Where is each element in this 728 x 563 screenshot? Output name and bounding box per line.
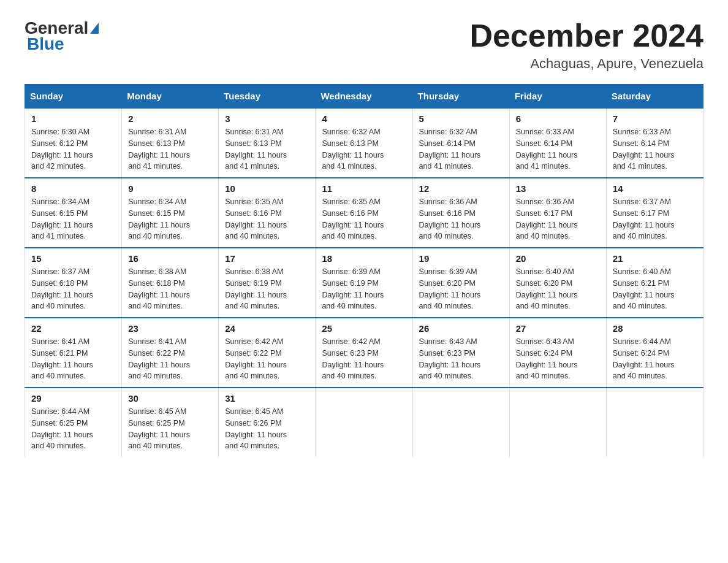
- day-number: 23: [128, 323, 212, 334]
- day-info: Sunrise: 6:45 AM Sunset: 6:25 PM Dayligh…: [128, 406, 212, 452]
- header-day-sunday: Sunday: [25, 85, 122, 109]
- calendar-cell: 16 Sunrise: 6:38 AM Sunset: 6:18 PM Dayl…: [122, 248, 219, 318]
- day-info: Sunrise: 6:33 AM Sunset: 6:14 PM Dayligh…: [516, 126, 600, 172]
- day-number: 26: [419, 323, 503, 334]
- day-info: Sunrise: 6:34 AM Sunset: 6:15 PM Dayligh…: [128, 196, 212, 242]
- header-day-tuesday: Tuesday: [219, 85, 316, 109]
- page-header: General Blue December 2024 Achaguas, Apu…: [25, 18, 703, 72]
- header-row: SundayMondayTuesdayWednesdayThursdayFrid…: [25, 85, 703, 109]
- calendar-cell: [316, 388, 412, 457]
- day-number: 25: [322, 323, 406, 334]
- day-number: 27: [516, 323, 600, 334]
- day-number: 8: [31, 183, 115, 194]
- calendar-cell: [606, 388, 703, 457]
- title-section: December 2024 Achaguas, Apure, Venezuela: [469, 18, 703, 72]
- calendar-header: SundayMondayTuesdayWednesdayThursdayFrid…: [25, 85, 703, 109]
- calendar-cell: 13 Sunrise: 6:36 AM Sunset: 6:17 PM Dayl…: [509, 178, 606, 248]
- logo-triangle-icon: [90, 23, 99, 34]
- day-number: 6: [516, 113, 600, 124]
- day-number: 31: [225, 393, 309, 404]
- calendar-week-2: 8 Sunrise: 6:34 AM Sunset: 6:15 PM Dayli…: [25, 178, 703, 248]
- day-info: Sunrise: 6:33 AM Sunset: 6:14 PM Dayligh…: [613, 126, 697, 172]
- calendar-cell: 7 Sunrise: 6:33 AM Sunset: 6:14 PM Dayli…: [606, 108, 703, 178]
- calendar-cell: 14 Sunrise: 6:37 AM Sunset: 6:17 PM Dayl…: [606, 178, 703, 248]
- month-title: December 2024: [469, 18, 703, 53]
- calendar-cell: 23 Sunrise: 6:41 AM Sunset: 6:22 PM Dayl…: [122, 318, 219, 388]
- day-info: Sunrise: 6:43 AM Sunset: 6:23 PM Dayligh…: [419, 336, 503, 382]
- calendar-cell: 18 Sunrise: 6:39 AM Sunset: 6:19 PM Dayl…: [316, 248, 412, 318]
- calendar-cell: 20 Sunrise: 6:40 AM Sunset: 6:20 PM Dayl…: [509, 248, 606, 318]
- day-number: 24: [225, 323, 309, 334]
- calendar-cell: 25 Sunrise: 6:42 AM Sunset: 6:23 PM Dayl…: [316, 318, 412, 388]
- logo: General Blue: [25, 18, 100, 54]
- day-number: 19: [419, 253, 503, 264]
- calendar-cell: 9 Sunrise: 6:34 AM Sunset: 6:15 PM Dayli…: [122, 178, 219, 248]
- header-day-thursday: Thursday: [412, 85, 509, 109]
- day-info: Sunrise: 6:39 AM Sunset: 6:20 PM Dayligh…: [419, 266, 503, 312]
- day-number: 12: [419, 183, 503, 194]
- day-number: 7: [613, 113, 697, 124]
- header-day-monday: Monday: [122, 85, 219, 109]
- day-info: Sunrise: 6:37 AM Sunset: 6:17 PM Dayligh…: [613, 196, 697, 242]
- day-info: Sunrise: 6:40 AM Sunset: 6:20 PM Dayligh…: [516, 266, 600, 312]
- day-info: Sunrise: 6:36 AM Sunset: 6:16 PM Dayligh…: [419, 196, 503, 242]
- day-info: Sunrise: 6:38 AM Sunset: 6:19 PM Dayligh…: [225, 266, 309, 312]
- day-number: 15: [31, 253, 115, 264]
- calendar-cell: 27 Sunrise: 6:43 AM Sunset: 6:24 PM Dayl…: [509, 318, 606, 388]
- calendar-week-5: 29 Sunrise: 6:44 AM Sunset: 6:25 PM Dayl…: [25, 388, 703, 457]
- day-number: 18: [322, 253, 406, 264]
- day-number: 13: [516, 183, 600, 194]
- header-day-friday: Friday: [509, 85, 606, 109]
- header-day-saturday: Saturday: [606, 85, 703, 109]
- calendar-cell: [412, 388, 509, 457]
- day-number: 16: [128, 253, 212, 264]
- day-info: Sunrise: 6:35 AM Sunset: 6:16 PM Dayligh…: [225, 196, 309, 242]
- day-info: Sunrise: 6:31 AM Sunset: 6:13 PM Dayligh…: [225, 126, 309, 172]
- day-info: Sunrise: 6:41 AM Sunset: 6:21 PM Dayligh…: [31, 336, 115, 382]
- calendar-cell: 28 Sunrise: 6:44 AM Sunset: 6:24 PM Dayl…: [606, 318, 703, 388]
- calendar-table: SundayMondayTuesdayWednesdayThursdayFrid…: [25, 84, 703, 457]
- calendar-cell: [509, 388, 606, 457]
- day-number: 11: [322, 183, 406, 194]
- day-info: Sunrise: 6:43 AM Sunset: 6:24 PM Dayligh…: [516, 336, 600, 382]
- calendar-cell: 3 Sunrise: 6:31 AM Sunset: 6:13 PM Dayli…: [219, 108, 316, 178]
- calendar-cell: 21 Sunrise: 6:40 AM Sunset: 6:21 PM Dayl…: [606, 248, 703, 318]
- calendar-cell: 17 Sunrise: 6:38 AM Sunset: 6:19 PM Dayl…: [219, 248, 316, 318]
- calendar-cell: 24 Sunrise: 6:42 AM Sunset: 6:22 PM Dayl…: [219, 318, 316, 388]
- calendar-cell: 1 Sunrise: 6:30 AM Sunset: 6:12 PM Dayli…: [25, 108, 122, 178]
- day-info: Sunrise: 6:45 AM Sunset: 6:26 PM Dayligh…: [225, 406, 309, 452]
- day-info: Sunrise: 6:44 AM Sunset: 6:25 PM Dayligh…: [31, 406, 115, 452]
- day-info: Sunrise: 6:32 AM Sunset: 6:14 PM Dayligh…: [419, 126, 503, 172]
- calendar-cell: 15 Sunrise: 6:37 AM Sunset: 6:18 PM Dayl…: [25, 248, 122, 318]
- calendar-body: 1 Sunrise: 6:30 AM Sunset: 6:12 PM Dayli…: [25, 108, 703, 457]
- day-info: Sunrise: 6:44 AM Sunset: 6:24 PM Dayligh…: [613, 336, 697, 382]
- calendar-cell: 12 Sunrise: 6:36 AM Sunset: 6:16 PM Dayl…: [412, 178, 509, 248]
- logo-blue: Blue: [27, 34, 64, 53]
- calendar-cell: 4 Sunrise: 6:32 AM Sunset: 6:13 PM Dayli…: [316, 108, 412, 178]
- calendar-cell: 22 Sunrise: 6:41 AM Sunset: 6:21 PM Dayl…: [25, 318, 122, 388]
- calendar-cell: 19 Sunrise: 6:39 AM Sunset: 6:20 PM Dayl…: [412, 248, 509, 318]
- calendar-week-3: 15 Sunrise: 6:37 AM Sunset: 6:18 PM Dayl…: [25, 248, 703, 318]
- calendar-cell: 10 Sunrise: 6:35 AM Sunset: 6:16 PM Dayl…: [219, 178, 316, 248]
- calendar-cell: 8 Sunrise: 6:34 AM Sunset: 6:15 PM Dayli…: [25, 178, 122, 248]
- day-number: 3: [225, 113, 309, 124]
- day-number: 21: [613, 253, 697, 264]
- day-number: 2: [128, 113, 212, 124]
- day-info: Sunrise: 6:30 AM Sunset: 6:12 PM Dayligh…: [31, 126, 115, 172]
- day-info: Sunrise: 6:32 AM Sunset: 6:13 PM Dayligh…: [322, 126, 406, 172]
- day-number: 10: [225, 183, 309, 194]
- calendar-cell: 2 Sunrise: 6:31 AM Sunset: 6:13 PM Dayli…: [122, 108, 219, 178]
- day-info: Sunrise: 6:40 AM Sunset: 6:21 PM Dayligh…: [613, 266, 697, 312]
- day-number: 9: [128, 183, 212, 194]
- day-number: 20: [516, 253, 600, 264]
- day-info: Sunrise: 6:35 AM Sunset: 6:16 PM Dayligh…: [322, 196, 406, 242]
- location-label: Achaguas, Apure, Venezuela: [469, 56, 703, 72]
- day-number: 28: [613, 323, 697, 334]
- day-info: Sunrise: 6:39 AM Sunset: 6:19 PM Dayligh…: [322, 266, 406, 312]
- day-info: Sunrise: 6:31 AM Sunset: 6:13 PM Dayligh…: [128, 126, 212, 172]
- day-info: Sunrise: 6:41 AM Sunset: 6:22 PM Dayligh…: [128, 336, 212, 382]
- day-info: Sunrise: 6:34 AM Sunset: 6:15 PM Dayligh…: [31, 196, 115, 242]
- calendar-cell: 11 Sunrise: 6:35 AM Sunset: 6:16 PM Dayl…: [316, 178, 412, 248]
- calendar-cell: 30 Sunrise: 6:45 AM Sunset: 6:25 PM Dayl…: [122, 388, 219, 457]
- day-info: Sunrise: 6:37 AM Sunset: 6:18 PM Dayligh…: [31, 266, 115, 312]
